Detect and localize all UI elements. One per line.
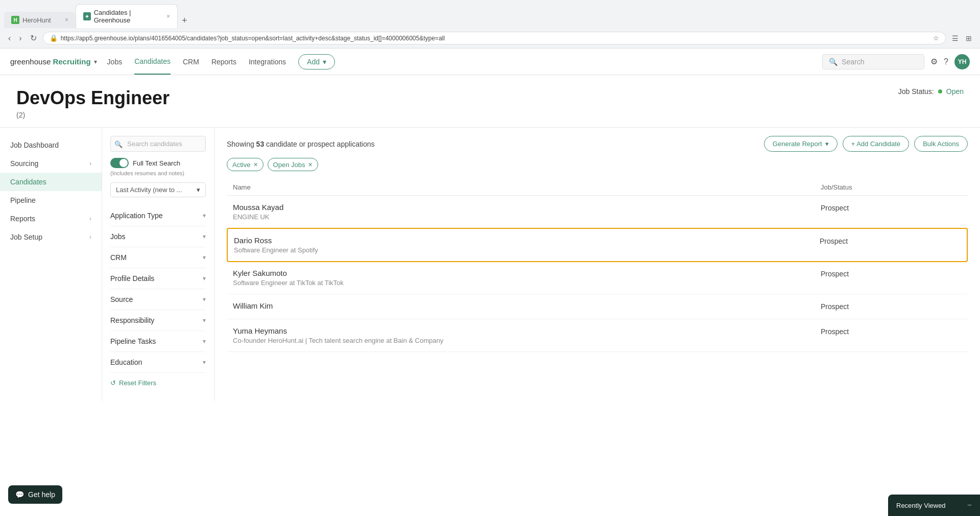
sidebar-item-sourcing[interactable]: Sourcing › xyxy=(0,154,102,173)
candidate-status: Prospect xyxy=(815,269,968,278)
candidate-row[interactable]: William Kim Prospect xyxy=(227,294,968,319)
sidebar-label-job-dashboard: Job Dashboard xyxy=(10,141,59,149)
table-header: Name Job/Status xyxy=(227,179,968,196)
full-text-sublabel: (Includes resumes and notes) xyxy=(110,170,206,176)
avatar[interactable]: YH xyxy=(954,54,970,69)
candidate-info: William Kim xyxy=(227,301,815,312)
sidebar-item-candidates[interactable]: Candidates xyxy=(0,173,102,191)
add-button[interactable]: Add ▾ xyxy=(298,54,335,69)
greenhouse-tab-label: Candidates | Greenhouse xyxy=(94,9,163,24)
profile-details-chevron-icon: ▾ xyxy=(203,275,206,282)
filter-header-pipeline-tasks[interactable]: Pipeline Tasks ▾ xyxy=(110,331,206,351)
toggle-switch[interactable] xyxy=(110,158,129,168)
main-content: Showing 53 candidate or prospect applica… xyxy=(214,128,980,401)
greenhouse-tab-close[interactable]: × xyxy=(166,13,170,20)
candidate-row[interactable]: Kyler Sakumoto Software Engineer at TikT… xyxy=(227,262,968,294)
refresh-button[interactable]: ↻ xyxy=(28,31,39,45)
nav-reports[interactable]: Reports xyxy=(211,50,236,74)
back-button[interactable]: ‹ xyxy=(6,32,13,45)
jobs-chevron-icon: ▾ xyxy=(203,233,206,240)
candidate-row[interactable]: Yuma Heymans Co-founder HeroHunt.ai | Te… xyxy=(227,319,968,352)
bulk-actions-button[interactable]: Bulk Actions xyxy=(914,136,968,152)
candidate-search-wrapper: 🔍 xyxy=(110,136,206,152)
candidates-list: Moussa Kayad ENGINE UK Prospect Dario Ro… xyxy=(227,196,968,352)
forward-button[interactable]: › xyxy=(17,32,23,45)
reset-filters-label: Reset Filters xyxy=(119,379,156,387)
browser-tabs: H HeroHunt × ✦ Candidates | Greenhouse ×… xyxy=(0,0,980,28)
search-icon: 🔍 xyxy=(829,58,838,66)
app-nav: Jobs Candidates CRM Reports Integrations… xyxy=(107,49,812,75)
filter-search-icon: 🔍 xyxy=(114,140,123,148)
sidebar-item-reports[interactable]: Reports › xyxy=(0,209,102,228)
candidate-subtitle: Software Engineer at Spotify xyxy=(234,246,807,254)
sidebar-label-candidates: Candidates xyxy=(10,178,46,186)
sidebar-item-pipeline[interactable]: Pipeline xyxy=(0,191,102,209)
sort-chevron-icon: ▾ xyxy=(197,186,200,194)
sourcing-chevron-icon: › xyxy=(89,160,91,167)
reset-filters-button[interactable]: ↺ Reset Filters xyxy=(110,373,206,393)
open-jobs-tag-close-icon[interactable]: × xyxy=(308,160,312,169)
col-header-status: Job/Status xyxy=(815,183,968,191)
open-jobs-tag[interactable]: Open Jobs × xyxy=(268,158,318,171)
reports-chevron-icon: › xyxy=(89,215,91,222)
filter-header-application-type[interactable]: Application Type ▾ xyxy=(110,205,206,226)
candidate-status: Prospect xyxy=(815,326,968,336)
job-info: DevOps Engineer (2) xyxy=(16,87,170,119)
header-search[interactable]: 🔍 Search xyxy=(822,54,924,69)
filter-header-profile-details[interactable]: Profile Details ▾ xyxy=(110,268,206,289)
sidebar-item-job-dashboard[interactable]: Job Dashboard xyxy=(0,136,102,154)
get-help-button[interactable]: 💬 Get help xyxy=(8,485,62,504)
address-bar[interactable]: 🔒 https://app5.greenhouse.io/plans/40165… xyxy=(43,32,946,44)
recently-viewed-panel[interactable]: Recently Viewed − xyxy=(888,495,980,516)
filter-label-jobs: Jobs xyxy=(110,232,126,241)
add-candidate-button[interactable]: + Add Candidate xyxy=(843,136,910,152)
nav-jobs[interactable]: Jobs xyxy=(107,50,123,74)
full-text-toggle[interactable]: Full Text Search xyxy=(110,158,206,168)
herohunt-tab-close[interactable]: × xyxy=(65,16,68,24)
sidebar-label-sourcing: Sourcing xyxy=(10,159,38,168)
sidebar-item-job-setup[interactable]: Job Setup › xyxy=(0,228,102,246)
candidate-info: Dario Ross Software Engineer at Spotify xyxy=(228,236,814,254)
responsibility-chevron-icon: ▾ xyxy=(203,317,206,324)
job-status-value: Open xyxy=(946,87,964,96)
candidate-name: William Kim xyxy=(233,301,808,310)
job-title: DevOps Engineer xyxy=(16,87,170,109)
settings-button[interactable]: ⚙ xyxy=(930,57,938,66)
active-tag[interactable]: Active × xyxy=(227,158,264,171)
candidate-row[interactable]: Moussa Kayad ENGINE UK Prospect xyxy=(227,196,968,228)
left-sidebar: Job Dashboard Sourcing › Candidates Pipe… xyxy=(0,128,102,401)
job-status-label: Job Status: xyxy=(898,87,934,96)
browser-tab-herohunt[interactable]: H HeroHunt × xyxy=(4,12,76,28)
filter-header-jobs[interactable]: Jobs ▾ xyxy=(110,226,206,247)
candidate-row[interactable]: Dario Ross Software Engineer at Spotify … xyxy=(227,228,968,262)
bulk-actions-label: Bulk Actions xyxy=(923,140,959,148)
filter-tags: Active × Open Jobs × xyxy=(227,158,968,171)
browser-tab-greenhouse[interactable]: ✦ Candidates | Greenhouse × xyxy=(76,4,178,28)
star-icon: ☆ xyxy=(933,34,939,42)
nav-candidates[interactable]: Candidates xyxy=(134,49,171,75)
chat-icon: 💬 xyxy=(15,490,24,499)
col-header-name: Name xyxy=(227,183,815,191)
sidebar-label-reports: Reports xyxy=(10,215,35,223)
recently-viewed-minimize-icon[interactable]: − xyxy=(967,501,972,510)
help-button[interactable]: ? xyxy=(944,57,948,66)
browser-toolbar: ‹ › ↻ 🔒 https://app5.greenhouse.io/plans… xyxy=(0,28,980,48)
generate-report-button[interactable]: Generate Report ▾ xyxy=(764,136,838,152)
nav-integrations[interactable]: Integrations xyxy=(249,50,286,74)
filter-header-responsibility[interactable]: Responsibility ▾ xyxy=(110,310,206,331)
filter-header-source[interactable]: Source ▾ xyxy=(110,289,206,310)
candidate-status: Prospect xyxy=(814,236,967,245)
filter-label-pipeline-tasks: Pipeline Tasks xyxy=(110,337,156,345)
sort-dropdown[interactable]: Last Activity (new to ... ▾ xyxy=(110,182,206,197)
extensions-button[interactable]: ☰ xyxy=(950,32,961,44)
candidate-search-input[interactable] xyxy=(110,136,206,152)
profile-button[interactable]: ⊞ xyxy=(964,32,974,44)
filter-header-education[interactable]: Education ▾ xyxy=(110,352,206,372)
filter-header-crm[interactable]: CRM ▾ xyxy=(110,247,206,268)
active-tag-close-icon[interactable]: × xyxy=(253,160,257,169)
nav-crm[interactable]: CRM xyxy=(183,50,199,74)
status-dot xyxy=(938,89,942,93)
recently-viewed-label: Recently Viewed xyxy=(896,502,946,509)
new-tab-button[interactable]: + xyxy=(178,13,192,28)
content-header: Showing 53 candidate or prospect applica… xyxy=(227,136,968,152)
